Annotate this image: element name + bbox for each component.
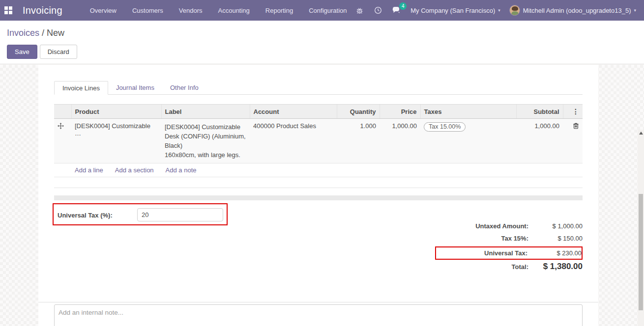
apps-menu-button[interactable] <box>0 0 17 21</box>
company-switcher[interactable]: My Company (San Francisco) ▾ <box>410 7 500 14</box>
menu-item-accounting[interactable]: Accounting <box>217 5 251 16</box>
activities-clock-icon[interactable] <box>373 5 383 15</box>
tab-invoice-lines[interactable]: Invoice Lines <box>54 81 108 95</box>
user-avatar <box>509 5 520 16</box>
user-menu[interactable]: Mitchell Admin (odoo_upgradeto13_5) ▾ <box>509 5 636 16</box>
main-menu: Overview Customers Vendors Accounting Re… <box>89 5 348 16</box>
account-column-header[interactable]: Account <box>250 105 337 119</box>
subtotal-column-header[interactable]: Subtotal <box>516 105 563 119</box>
universal-tax-total-row: Universal Tax: $ 230.00 <box>435 246 583 260</box>
tab-other-info[interactable]: Other Info <box>162 81 206 95</box>
universal-tax-label: Universal Tax (%): <box>58 212 113 219</box>
scrollbar-thumb[interactable] <box>639 194 643 310</box>
menu-item-configuration[interactable]: Configuration <box>308 5 348 16</box>
tax-15-row: Tax 15%: $ 150.00 <box>435 232 583 244</box>
taxes-cell[interactable]: Tax 15.00% <box>420 119 516 163</box>
universal-tax-total-value: $ 230.00 <box>534 249 582 257</box>
untaxed-amount-value: $ 1,000.00 <box>535 222 583 230</box>
table-links-cell: Add a line Add a section Add a note <box>71 163 583 177</box>
quantity-cell[interactable]: 1.000 <box>337 119 380 163</box>
invoicing-app-window: Invoicing Overview Customers Vendors Acc… <box>0 0 644 326</box>
row-actions-cell <box>563 119 583 163</box>
form-view-background: Invoice Lines Journal Items Other Info P… <box>0 65 644 326</box>
menu-item-reporting[interactable]: Reporting <box>264 5 294 16</box>
empty-table-row <box>54 177 583 188</box>
menu-item-customers[interactable]: Customers <box>131 5 164 16</box>
table-footer-strip <box>54 195 583 200</box>
scrollbar-up-arrow[interactable] <box>638 130 644 136</box>
form-action-buttons: Save Discard <box>7 45 77 59</box>
table-links-row: Add a line Add a section Add a note <box>54 163 583 177</box>
tax-15-label: Tax 15%: <box>442 235 535 242</box>
add-a-note-link[interactable]: Add a note <box>166 166 197 174</box>
discard-button[interactable]: Discard <box>40 45 77 59</box>
total-value: $ 1,380.00 <box>535 262 583 272</box>
messages-chat-icon[interactable]: 4 <box>392 5 402 15</box>
drag-handle-icon[interactable] <box>58 122 64 131</box>
menu-item-vendors[interactable]: Vendors <box>178 5 204 16</box>
subtotal-cell: 1,000.00 <box>516 119 563 163</box>
invoice-totals: Untaxed Amount: $ 1,000.00 Tax 15%: $ 15… <box>435 220 583 274</box>
quantity-column-header[interactable]: Quantity <box>337 105 380 119</box>
price-column-header[interactable]: Price <box>380 105 420 119</box>
notes-divider <box>38 302 598 302</box>
add-a-section-link[interactable]: Add a section <box>115 166 154 174</box>
label-cell[interactable]: [DESK0004] Customizable Desk (CONFIG) (A… <box>161 119 250 163</box>
product-cell[interactable]: [DESK0004] Customizable … <box>71 119 161 163</box>
vertical-scrollbar[interactable] <box>638 130 644 326</box>
invoice-line-row[interactable]: [DESK0004] Customizable … [DESK0004] Cus… <box>54 119 583 163</box>
breadcrumb-current: / New <box>39 28 64 38</box>
breadcrumb-invoices-link[interactable]: Invoices <box>7 28 39 38</box>
untaxed-amount-row: Untaxed Amount: $ 1,000.00 <box>435 220 583 232</box>
label-column-header[interactable]: Label <box>161 105 250 119</box>
total-row: Total: $ 1,380.00 <box>435 261 583 274</box>
user-name: Mitchell Admin (odoo_upgradeto13_5) <box>523 7 631 14</box>
app-title[interactable]: Invoicing <box>23 5 62 16</box>
delete-line-trash-icon[interactable] <box>573 122 579 131</box>
top-navbar: Invoicing Overview Customers Vendors Acc… <box>0 0 644 21</box>
menu-item-overview[interactable]: Overview <box>89 5 117 16</box>
internal-note-input[interactable] <box>54 304 583 326</box>
chevron-down-icon: ▾ <box>498 8 500 13</box>
optional-columns-toggle-icon[interactable]: ⋮ <box>567 108 580 115</box>
optional-columns-header-cell: ⋮ <box>563 105 583 119</box>
universal-tax-total-label: Universal Tax: <box>441 249 534 257</box>
label-text: [DESK0004] Customizable Desk (CONFIG) (A… <box>165 122 246 150</box>
taxes-column-header[interactable]: Taxes <box>420 105 516 119</box>
invoice-form-sheet: Invoice Lines Journal Items Other Info P… <box>38 65 598 326</box>
add-a-line-link[interactable]: Add a line <box>75 166 103 174</box>
breadcrumb: Invoices / New <box>7 28 64 38</box>
control-panel: Invoices / New Save Discard <box>0 21 644 64</box>
price-cell[interactable]: 1,000.00 <box>380 119 420 163</box>
apps-grid-icon <box>4 6 12 14</box>
save-button[interactable]: Save <box>7 45 37 59</box>
table-header-row: Product Label Account Quantity Price Tax… <box>54 105 583 119</box>
invoice-lines-table: Product Label Account Quantity Price Tax… <box>54 104 583 188</box>
debug-bug-icon[interactable] <box>354 5 364 15</box>
untaxed-amount-label: Untaxed Amount: <box>442 222 535 230</box>
notebook-tabs: Invoice Lines Journal Items Other Info <box>54 81 583 95</box>
label-description: 160x80cm, with large legs. <box>165 150 246 160</box>
company-name: My Company (San Francisco) <box>410 7 495 14</box>
message-count-badge: 4 <box>399 2 407 10</box>
tax-15-value: $ 150.00 <box>535 235 583 242</box>
total-label: Total: <box>442 263 535 271</box>
account-cell[interactable]: 400000 Product Sales <box>250 119 337 163</box>
tab-journal-items[interactable]: Journal Items <box>108 81 162 95</box>
tax-badge[interactable]: Tax 15.00% <box>424 122 466 132</box>
handle-column-header <box>54 105 71 119</box>
universal-tax-input[interactable] <box>137 208 223 221</box>
universal-tax-highlight-box: Universal Tax (%): <box>53 203 228 225</box>
row-handle-cell <box>54 119 71 163</box>
chevron-down-icon: ▾ <box>634 8 636 13</box>
systray: 4 My Company (San Francisco) ▾ Mitchell … <box>354 5 644 16</box>
product-column-header[interactable]: Product <box>71 105 161 119</box>
